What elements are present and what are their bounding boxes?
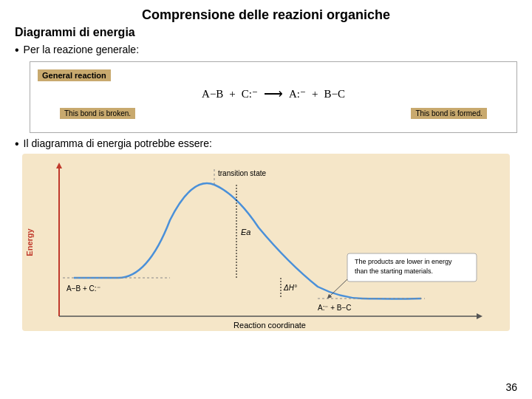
general-reaction-label: General reaction [38,69,111,81]
product1: A:⁻ [289,87,306,100]
plus1: + [229,88,235,100]
page: Comprensione delle reazioni organiche Di… [0,0,532,399]
product2: B−C [324,88,344,100]
bullet-1: Per la reazione generale: [15,44,517,57]
reaction-arrow: ⟶ [264,86,283,102]
transition-state-label: transition state [218,169,266,177]
plus2: + [312,88,318,100]
x-axis-label: Reaction coordinate [233,321,306,330]
product-energy-label: A:⁻ + B−C [318,304,352,312]
delta-h-label: ΔH° [283,284,297,292]
reaction-container: General reaction A−B + C:⁻ ⟶ A:⁻ + B−C T… [30,61,517,133]
energy-diagram-container: Energy Reaction coordinate transition st… [22,154,510,331]
bullet-1-text: Per la reazione generale: [24,44,139,55]
bullet-2-text: Il diagramma di energia potrebbe essere: [24,137,212,149]
bond-formed-label: This bond is formed. [411,108,487,119]
bond-labels: This bond is broken. This bond is formed… [38,108,509,119]
ea-label: Ea [241,228,250,236]
page-number: 36 [505,381,517,393]
reactant-energy-label: A−B + C:⁻ [66,284,100,293]
svg-rect-0 [22,154,510,331]
reactant1: A−B [202,88,223,100]
page-title: Comprensione delle reazioni organiche [15,7,517,23]
note-line2: than the starting materials. [355,267,433,275]
bullet-2: Il diagramma di energia potrebbe essere: [15,137,517,151]
reactant2: C:⁻ [242,87,258,100]
page-subtitle: Diagrammi di energia [15,26,517,39]
reaction-equation: A−B + C:⁻ ⟶ A:⁻ + B−C [38,86,509,102]
bond-broken-label: This bond is broken. [60,108,135,119]
note-line1: The products are lower in energy [355,258,452,265]
energy-diagram-svg: Energy Reaction coordinate transition st… [22,154,510,331]
y-axis-label: Energy [25,228,34,256]
